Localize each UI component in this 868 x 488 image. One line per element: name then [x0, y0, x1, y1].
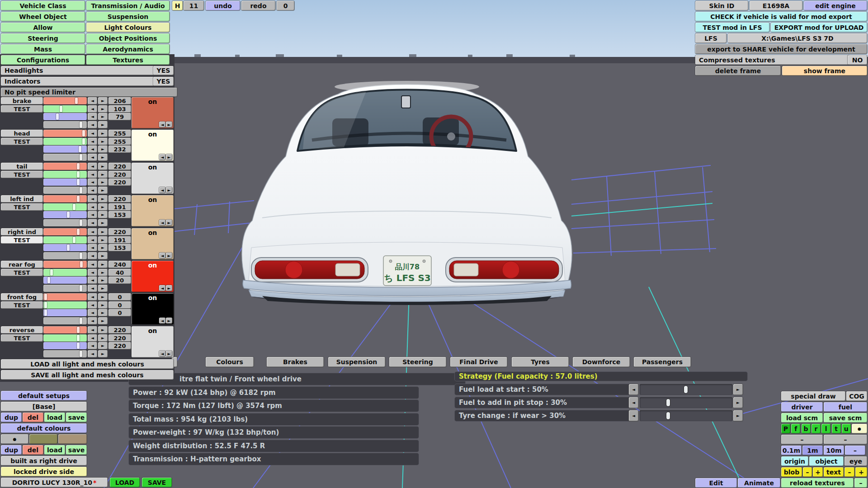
strategy-inc-arrow-2[interactable]: ► [733, 410, 743, 421]
light-dec-arrow[interactable]: ◄ [88, 277, 97, 284]
light-dec-arrow[interactable]: ◄ [88, 317, 97, 324]
light-test-left-ind[interactable]: TEST [1, 203, 43, 211]
light-inc-arrow[interactable]: ► [98, 326, 108, 333]
light-test-tail[interactable]: TEST [1, 171, 43, 178]
light-label-head[interactable]: head [1, 130, 43, 137]
menu-wheel-object[interactable]: Wheel Object [1, 12, 85, 21]
light-inc-arrow[interactable]: ► [98, 121, 108, 128]
slider-thumb[interactable] [80, 285, 82, 291]
menu-suspension[interactable]: Suspension [86, 12, 170, 21]
menu-allow[interactable]: Allow [1, 23, 85, 32]
light-dec-arrow[interactable]: ◄ [88, 187, 97, 194]
light-slider-reverse-r[interactable] [43, 326, 87, 333]
light-dec-arrow[interactable]: ◄ [88, 138, 97, 145]
load-scm-button[interactable]: load scm [781, 413, 823, 422]
slider-thumb[interactable] [80, 154, 82, 160]
slider-thumb[interactable] [73, 204, 75, 210]
compressed-textures-label[interactable]: Compressed textures [695, 55, 850, 65]
slider-thumb[interactable] [73, 237, 75, 243]
colour-save-button[interactable]: save [66, 445, 87, 455]
light-slider-front-fog-g[interactable] [43, 301, 87, 309]
pit-speed-limiter-row[interactable]: No pit speed limiter [1, 88, 177, 97]
light-label-front-fog[interactable]: front fog [1, 293, 43, 300]
light-inc-arrow[interactable]: ► [98, 154, 108, 161]
light-slider-head-r[interactable] [43, 130, 87, 137]
light-dec-arrow[interactable]: ◄ [88, 163, 97, 170]
slider-thumb[interactable] [47, 277, 50, 283]
swatch-next-arrow[interactable]: ► [166, 122, 172, 127]
light-slider-tail-b[interactable] [43, 178, 87, 186]
strategy-label-0[interactable]: Fuel load at start : 50% [455, 384, 631, 395]
light-inc-arrow[interactable]: ► [98, 97, 108, 104]
setup-dup-button[interactable]: dup [1, 413, 22, 422]
slider-thumb[interactable] [77, 335, 80, 341]
light-inc-arrow[interactable]: ► [98, 105, 108, 113]
slider-thumb[interactable] [67, 244, 70, 251]
object-button[interactable]: object [809, 456, 844, 466]
slider-thumb[interactable] [79, 146, 81, 152]
menu-object-positions[interactable]: Object Positions [86, 33, 170, 43]
strategy-label-2[interactable]: Tyre change : if wear > 30% [455, 410, 631, 421]
light-slider-front-fog-b[interactable] [43, 309, 87, 316]
special-draw-button[interactable]: special draw [781, 391, 845, 401]
text-plus-button[interactable]: + [855, 467, 867, 477]
edit-button[interactable]: Edit [695, 478, 737, 488]
tab-passengers[interactable]: Passengers [634, 357, 691, 367]
swatch-next-arrow[interactable]: ► [166, 285, 172, 291]
light-inc-arrow[interactable]: ► [98, 203, 108, 211]
light-dec-arrow[interactable]: ◄ [88, 350, 97, 357]
load-all-colours-button[interactable]: LOAD all light and mesh colours [1, 359, 174, 369]
grid-size-10m[interactable]: 10m [824, 446, 844, 455]
grid-size-0-1m[interactable]: 0.1m [781, 446, 802, 455]
menu-light-colours[interactable]: Light Colours [86, 23, 170, 32]
colour-swatch-olive[interactable] [29, 434, 57, 444]
light-slider-front-fog-r[interactable] [43, 293, 87, 300]
setup-base-button[interactable]: [Base] [1, 402, 87, 411]
cog-button[interactable]: COG [846, 391, 867, 401]
draw-toggle-u[interactable]: u [842, 424, 851, 433]
slider-thumb[interactable] [82, 138, 85, 145]
light-inc-arrow[interactable]: ► [98, 301, 108, 309]
check-vehicle-button[interactable]: CHECK if vehicle is valid for mod export [695, 12, 867, 21]
blob-plus-button[interactable]: + [813, 467, 823, 477]
strategy-slider-0[interactable] [640, 384, 732, 395]
slider-thumb[interactable] [80, 122, 82, 128]
colour-load-button[interactable]: load [44, 445, 65, 455]
light-dec-arrow[interactable]: ◄ [88, 171, 97, 178]
strategy-dec-arrow-1[interactable]: ◄ [629, 397, 638, 408]
mode-h-button[interactable]: H [172, 1, 183, 10]
draw-toggle-t[interactable]: t [832, 424, 841, 433]
swatch-prev-arrow[interactable]: ◄ [159, 285, 165, 291]
swatch-prev-arrow[interactable]: ◄ [159, 154, 165, 160]
swatch-next-arrow[interactable]: ► [166, 220, 172, 225]
dash-button-1[interactable]: – [781, 435, 823, 444]
tab-brakes[interactable]: Brakes [267, 357, 324, 367]
delete-frame-button[interactable]: delete frame [695, 66, 781, 75]
light-inc-arrow[interactable]: ► [98, 130, 108, 137]
light-dec-arrow[interactable]: ◄ [88, 105, 97, 113]
slider-thumb[interactable] [56, 113, 59, 120]
driver-button[interactable]: driver [781, 402, 823, 412]
vehicle-name-button[interactable]: DORITO LUCY 130R_10* [1, 478, 108, 487]
light-slider-right-ind-level[interactable] [43, 252, 87, 259]
slider-thumb[interactable] [77, 327, 80, 333]
slider-thumb[interactable] [67, 211, 70, 218]
slider-thumb[interactable] [82, 130, 85, 136]
light-slider-reverse-b[interactable] [43, 342, 87, 349]
slider-thumb[interactable] [80, 187, 82, 193]
swatch-prev-arrow[interactable]: ◄ [159, 253, 165, 258]
light-slider-left-ind-b[interactable] [43, 211, 87, 218]
menu-aerodynamics[interactable]: Aerodynamics [86, 44, 170, 54]
light-slider-left-ind-level[interactable] [43, 219, 87, 226]
light-slider-brake-r[interactable] [43, 97, 87, 104]
light-dec-arrow[interactable]: ◄ [88, 195, 97, 202]
swatch-prev-arrow[interactable]: ◄ [159, 318, 165, 324]
light-inc-arrow[interactable]: ► [98, 244, 108, 251]
light-dec-arrow[interactable]: ◄ [88, 219, 97, 226]
light-label-tail[interactable]: tail [1, 163, 43, 170]
light-dec-arrow[interactable]: ◄ [88, 178, 97, 186]
blob-button[interactable]: blob [781, 467, 802, 477]
light-slider-head-g[interactable] [43, 138, 87, 145]
colour-current-button[interactable]: ● [1, 434, 28, 444]
skin-id-value[interactable]: E1698A [750, 1, 802, 10]
